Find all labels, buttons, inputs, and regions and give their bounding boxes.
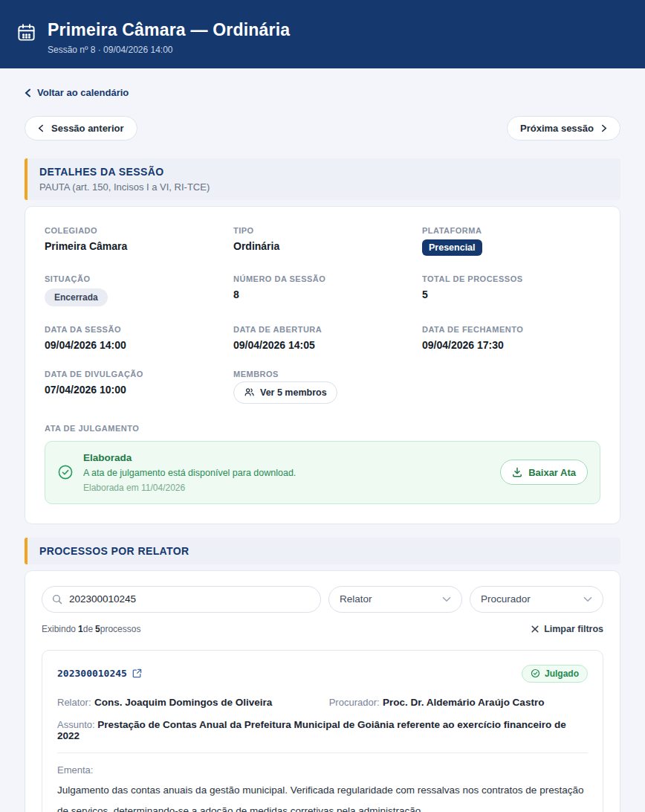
procurador-filter-label: Procurador (481, 593, 531, 605)
section-subtitle: PAUTA (art. 150, Incisos I a VI, RI-TCE) (39, 181, 609, 193)
field-data-divulgacao: DATA DE DIVULGAÇÃO 07/04/2026 10:00 (45, 370, 223, 404)
download-ata-button[interactable]: Baixar Ata (500, 460, 588, 485)
process-status-badge: Julgado (522, 665, 588, 683)
field-plataforma: PLATAFORMA Presencial (422, 226, 600, 256)
results-count-text: Exibindo1de5processos (42, 624, 143, 634)
view-members-button[interactable]: Ver 5 membros (233, 381, 337, 404)
check-circle-icon (531, 668, 540, 678)
ata-status: Elaborada (83, 452, 490, 463)
view-members-label: Ver 5 membros (260, 387, 327, 398)
results-row: Exibindo1de5processos Limpar filtros (42, 624, 603, 634)
download-ata-label: Baixar Ata (528, 467, 576, 478)
divider (57, 753, 588, 753)
close-icon (531, 625, 539, 633)
relator-filter-label: Relator (340, 593, 372, 605)
next-session-button[interactable]: Próxima sessão (507, 116, 620, 141)
relator-filter-select[interactable]: Relator (328, 586, 462, 613)
session-nav-top: Sessão anterior Próxima sessão (25, 116, 620, 141)
process-number: 202300010245 (57, 668, 127, 679)
field-data-abertura: DATA DE ABERTURA 09/04/2026 14:05 (233, 325, 412, 351)
ata-description: A ata de julgamento está disponível para… (83, 468, 490, 478)
search-box (42, 586, 321, 613)
field-data-fechamento: DATA DE FECHAMENTO 09/04/2026 17:30 (422, 325, 600, 351)
session-details-section-header: DETALHES DA SESSÃO PAUTA (art. 150, Inci… (25, 158, 620, 200)
previous-session-button[interactable]: Sessão anterior (25, 116, 137, 141)
process-ementa: Ementa: Julgamento das contas anuais da … (57, 764, 588, 812)
back-link-label: Voltar ao calendário (37, 87, 129, 98)
ata-texts: Elaborada A ata de julgamento está dispo… (83, 452, 490, 493)
process-number-link[interactable]: 202300010245 (57, 668, 142, 679)
status-badge: Encerrada (45, 289, 108, 306)
page-header: Primeira Câmara — Ordinária Sessão nº 8 … (0, 0, 645, 68)
field-situacao: SITUAÇÃO Encerrada (45, 274, 223, 306)
clear-filters-button[interactable]: Limpar filtros (531, 624, 603, 634)
chevron-down-icon (583, 596, 592, 602)
header-titles: Primeira Câmara — Ordinária Sessão nº 8 … (48, 20, 290, 55)
previous-session-label: Sessão anterior (51, 123, 124, 134)
session-details-card: COLEGIADO Primeira Câmara TIPO Ordinária… (25, 206, 620, 524)
section-title: DETALHES DA SESSÃO (39, 166, 609, 178)
section-title: PROCESSOS POR RELATOR (39, 545, 609, 557)
chevron-down-icon (442, 596, 451, 602)
field-data-sessao: DATA DA SESSÃO 09/04/2026 14:00 (45, 325, 223, 351)
field-numero-sessao: NÚMERO DA SESSÃO 8 (233, 274, 412, 306)
ata-label: ATA DE JULGAMENTO (45, 424, 600, 433)
chevron-left-icon (38, 124, 44, 132)
procurador-filter-select[interactable]: Procurador (470, 586, 603, 613)
calendar-icon (16, 22, 36, 42)
back-to-calendar-link[interactable]: Voltar ao calendário (25, 87, 129, 98)
platform-badge: Presencial (422, 239, 482, 256)
people-icon (244, 387, 255, 398)
clear-filters-label: Limpar filtros (544, 624, 603, 634)
field-colegiado: COLEGIADO Primeira Câmara (45, 226, 223, 256)
check-circle-icon (57, 464, 74, 480)
ata-status-box: Elaborada A ata de julgamento está dispo… (45, 441, 600, 504)
chevron-right-icon (601, 124, 607, 132)
field-total-processos: TOTAL DE PROCESSOS 5 (422, 274, 600, 306)
field-membros: MEMBROS Ver 5 membros (233, 370, 412, 404)
process-card: 202300010245 Julgado Relator: Cons. (42, 650, 603, 812)
field-empty (422, 370, 600, 404)
external-link-icon (132, 668, 142, 678)
process-procurador: Procurador: Proc. Dr. Aldemário Araújo C… (329, 695, 588, 709)
process-relator: Relator: Cons. Joaquim Domingos de Olive… (57, 695, 329, 709)
field-tipo: TIPO Ordinária (233, 226, 412, 256)
chevron-left-icon (25, 88, 31, 97)
process-people-row: Relator: Cons. Joaquim Domingos de Olive… (57, 695, 588, 709)
page-title: Primeira Câmara — Ordinária (48, 20, 290, 40)
next-session-label: Próxima sessão (520, 123, 594, 134)
session-subtitle: Sessão nº 8 · 09/04/2026 14:00 (48, 45, 290, 55)
download-icon (512, 467, 522, 477)
filters-row: Relator Procurador (42, 586, 603, 613)
ata-date: Elaborada em 11/04/2026 (83, 483, 490, 493)
process-status-label: Julgado (545, 668, 579, 679)
search-icon (52, 594, 62, 605)
search-input[interactable] (69, 593, 311, 605)
processes-section-header: PROCESSOS POR RELATOR (25, 538, 620, 564)
process-assunto: Assunto: Prestação de Contas Anual da Pr… (57, 719, 588, 741)
processes-card: Relator Procurador Exibindo1de5processos… (25, 570, 620, 812)
